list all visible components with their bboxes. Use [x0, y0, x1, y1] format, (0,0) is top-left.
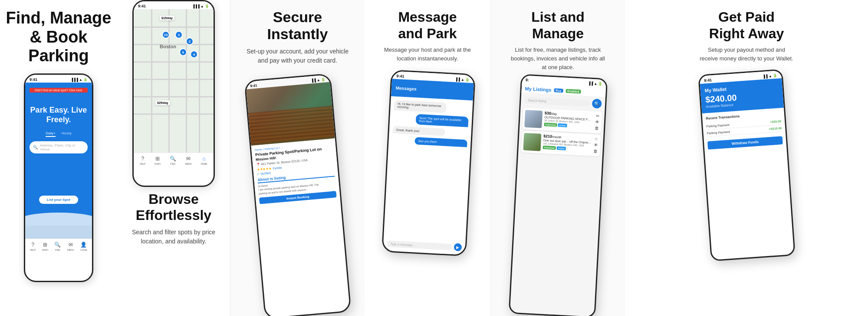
phone5-time: 9:	[525, 78, 529, 82]
phone-map-mockup: 9:41 ▐▐▐ ▲ 🔋 $15/day $25/day 15 6 4	[132, 0, 215, 187]
phone1-bottom-nav: ? HELP ⊞ DASH 🔍 FIND ✉ INBOX 👤 LOGIN	[25, 239, 92, 253]
section-get-paid: Get Paid Right Away Setup your payout me…	[625, 0, 868, 316]
login-icon: 👤	[80, 242, 87, 248]
phone2-nav-dash[interactable]: ⊞ DASH	[155, 156, 161, 165]
phone1-nav-help-label: HELP	[30, 249, 36, 251]
phone-payout-mockup: 9:41 ▐▐ ▲ 🔋 My Wallet $240.00 Available …	[698, 69, 796, 262]
phone1-screen: Didn't find an ideal spot? Click here Pa…	[25, 83, 92, 196]
phone1-search-bar[interactable]: 🔍 Address, Place, City or Venue	[30, 141, 88, 153]
message-phone-area: 9:41 ▐▐ ▲ 🔋 Messages Hi, I'd like to par…	[384, 72, 471, 259]
badge-published-1: Published	[544, 123, 557, 127]
phone1-tabs: Daily+ Hourly	[30, 131, 88, 137]
listing-building-img	[246, 82, 335, 146]
edit-icon-1[interactable]: ✏	[595, 113, 599, 118]
listings-tab2[interactable]: Enabled	[566, 89, 581, 93]
phone1-nav-login-label: LOGIN	[80, 249, 87, 251]
badge-active-2: Active	[556, 146, 566, 150]
phone3-status: ▐▐ ▲ 🔋	[310, 78, 325, 83]
phone1-search-placeholder: Address, Place, City or Venue	[40, 143, 84, 151]
phone1-time: 9:41	[30, 77, 37, 82]
phone5-status: ▐▐ ▲ 🔋	[588, 81, 602, 86]
section6-title: Get Paid Right Away	[709, 9, 784, 42]
section5-desc: List for free, manage listings, track bo…	[510, 46, 606, 72]
phone-mockup-1: 9:41 ▐▐▐ ▲ 🔋 Didn't find an ideal spot? …	[24, 73, 93, 282]
phone1-nav-find[interactable]: 🔍 FIND	[54, 242, 61, 251]
section-list-manage: List and Manage List for free, manage li…	[490, 0, 625, 316]
listing-card-2-actions: ☆ 👁 🗑	[593, 136, 598, 154]
price-tag-1: $15/day	[160, 16, 174, 20]
phone1-nav-dash-label: DASH	[42, 249, 48, 251]
phone4-status: ▐▐ ▲ 🔋	[455, 77, 470, 82]
phone2-nav-help[interactable]: ? HELP	[140, 156, 145, 165]
inbox-icon-2: ✉	[186, 156, 191, 162]
phone2-nav-dash-label: DASH	[155, 163, 161, 165]
section2-title: Browse Effortlessly	[132, 191, 215, 223]
star-icon-2[interactable]: ☆	[594, 136, 598, 141]
section5-title: List and Manage	[531, 9, 585, 42]
phone1-nav-login[interactable]: 👤 LOGIN	[80, 242, 87, 251]
phone-listing-mockup: 9:41 ▐▐ ▲ 🔋 Home > Parking Lot > ... Pri…	[244, 73, 351, 316]
section2-text: Browse Effortlessly Search and filter sp…	[125, 187, 222, 246]
phone1-nav-help[interactable]: ? HELP	[30, 242, 36, 251]
phone1-nav-inbox[interactable]: ✉ INBOX	[67, 242, 74, 251]
map-content: $15/day $25/day 15 6 4 3 2 Boston	[134, 9, 214, 153]
phone1-alert[interactable]: Didn't find an ideal spot? Click here	[30, 88, 88, 93]
phone1-top-bar: 9:41 ▐▐▐ ▲ 🔋	[25, 75, 92, 83]
help-icon: ?	[31, 242, 34, 248]
listing-card-2-info: $210/month One out door par... off the C…	[542, 134, 592, 154]
phone4-message-input: Type a message... ▶	[383, 239, 466, 252]
phone3-time: 9:41	[250, 83, 257, 88]
phone1-tab-hourly[interactable]: Hourly	[62, 131, 72, 137]
listing-card-2[interactable]: $210/month One out door par... off the C…	[521, 131, 601, 156]
phone1-tab-daily[interactable]: Daily+	[46, 131, 55, 137]
phone1-cta-btn[interactable]: List your Spot	[39, 196, 78, 204]
section-message: Message and Park Message your host and p…	[365, 0, 490, 316]
section-browse: 9:41 ▐▐▐ ▲ 🔋 $15/day $25/day 15 6 4	[117, 0, 230, 316]
phone2-nav-home[interactable]: ⌂ HOME	[201, 156, 207, 165]
badge-active-1: Active	[558, 123, 567, 127]
phone1-nav-dash[interactable]: ⊞ DASH	[42, 242, 48, 251]
listing-card-1-info: $30/day OUTDOOR PARKING SPACE FOR RENT -…	[544, 111, 593, 131]
section2-desc: Search and filter spots by price locatio…	[132, 228, 215, 246]
listings-search-bar[interactable]: Search listing	[524, 96, 591, 106]
phone2-nav-inbox[interactable]: ✉ INBOX	[185, 156, 192, 165]
map-pin-2: 6	[179, 48, 187, 56]
send-button[interactable]: ▶	[454, 243, 462, 251]
listing-review-link[interactable]: Fyndie	[273, 166, 282, 170]
listings-search-btn[interactable]: 🔍	[592, 99, 602, 109]
listings-page-title: My Listings	[525, 86, 551, 93]
delete-icon-1[interactable]: 🗑	[595, 126, 599, 131]
listing-card-2-thumb	[523, 133, 541, 151]
phone1-status: ▐▐▐ ▲ 🔋	[71, 78, 88, 82]
map-pin-1: 15	[162, 31, 170, 39]
phone-listings-mockup: 9: ▐▐ ▲ 🔋 My Listings Buy Enabled Search…	[508, 74, 608, 316]
withdraw-btn[interactable]: Withdraw Funds	[707, 136, 783, 150]
find-icon-2: 🔍	[170, 156, 176, 162]
section-find-manage-book: Find, Manage & Book Parking 9:41 ▐▐▐ ▲ 🔋…	[0, 0, 117, 316]
delete-icon-2[interactable]: 🗑	[593, 149, 598, 154]
phone2-nav-find[interactable]: 🔍 FIND	[170, 156, 176, 165]
listing-content: Home > Parking Lot > ... Private Parking…	[251, 138, 340, 208]
map-pin-5: 2	[186, 37, 194, 45]
inbox-icon: ✉	[69, 242, 73, 248]
listings-search-placeholder: Search listing	[528, 99, 546, 103]
section4-title: Message and Park	[398, 9, 457, 42]
listing-card-1[interactable]: $30/day OUTDOOR PARKING SPACE FOR RENT -…	[522, 108, 602, 133]
listings-tab1[interactable]: Buy	[554, 88, 563, 93]
section4-desc: Message your host and park at the locati…	[380, 46, 475, 63]
phone2-nav-home-label: HOME	[201, 163, 207, 165]
phone2-nav-help-label: HELP	[140, 163, 145, 165]
view-icon-1[interactable]: 👁	[595, 120, 599, 125]
section3-desc: Set-up your account, add your vehicle an…	[246, 47, 350, 65]
city-label: Boston	[160, 44, 176, 49]
badge-published-2: Published	[542, 146, 556, 150]
find-icon: 🔍	[54, 242, 61, 248]
view-icon-2[interactable]: 👁	[593, 143, 598, 148]
message-phone: 9:41 ▐▐ ▲ 🔋 Messages Hi, I'd like to par…	[381, 70, 476, 256]
dash-icon-2: ⊞	[155, 156, 160, 162]
phone2-bottom-nav: ? HELP ⊞ DASH 🔍 FIND ✉ INBOX ⌂ HOME	[134, 153, 214, 167]
phone4-time: 9:41	[396, 74, 404, 79]
phone1-wave	[25, 208, 92, 226]
section6-desc: Setup your payout method and receive mon…	[699, 46, 794, 63]
section-secure: Secure Instantly Set-up your account, ad…	[230, 0, 365, 316]
